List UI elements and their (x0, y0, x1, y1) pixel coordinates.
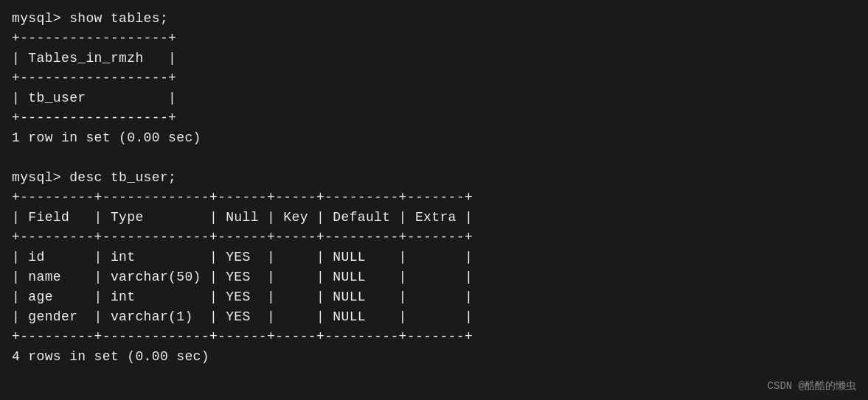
terminal-output: mysql> show tables; +------------------+… (12, 9, 856, 367)
watermark: CSDN @酷酷的懒虫 (768, 379, 856, 393)
